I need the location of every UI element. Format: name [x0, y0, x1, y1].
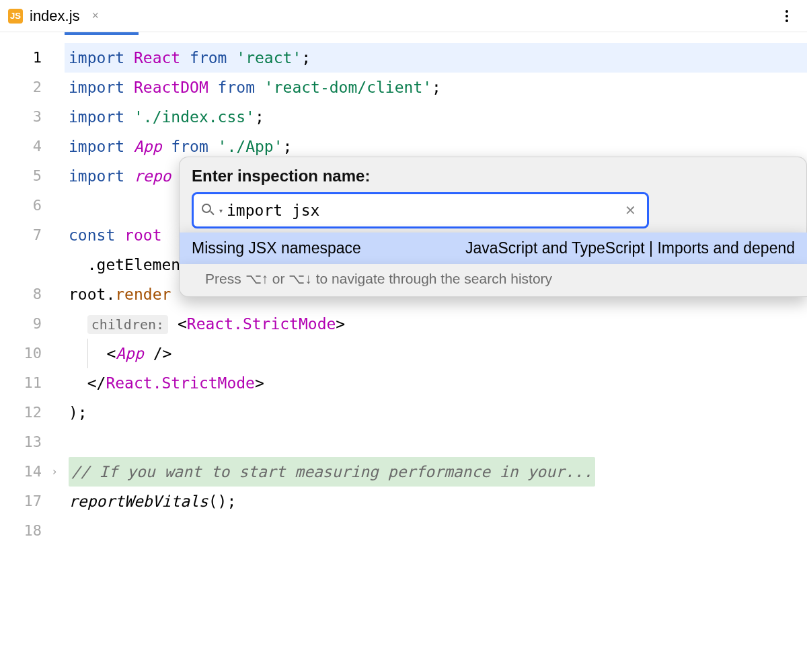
- inspection-search-input[interactable]: [227, 202, 622, 219]
- code-line[interactable]: reportWebVitals();: [65, 487, 807, 516]
- fold-toggle-icon[interactable]: ›: [51, 457, 58, 487]
- line-number[interactable]: 13: [0, 427, 65, 457]
- line-number[interactable]: 4: [0, 132, 65, 161]
- code-line[interactable]: [65, 427, 807, 457]
- line-number[interactable]: 11: [0, 368, 65, 398]
- code-line[interactable]: );: [65, 398, 807, 427]
- editor-area: 1 2 3 4 5 6 7 8 9 10 11 12 13 14› 17 18 …: [0, 32, 807, 672]
- line-number[interactable]: 12: [0, 398, 65, 427]
- file-type-icon: JS: [8, 9, 23, 24]
- search-history-hint: Press ⌥↑ or ⌥↓ to navigate through the s…: [179, 264, 807, 297]
- line-number[interactable]: 2: [0, 73, 65, 102]
- code-line[interactable]: [65, 516, 807, 546]
- result-name: Missing JSX namespace: [192, 239, 361, 257]
- line-number[interactable]: 5: [0, 161, 65, 191]
- search-result-item[interactable]: Missing JSX namespace JavaScript and Typ…: [179, 233, 807, 264]
- search-icon: [202, 204, 215, 217]
- code-line[interactable]: import React from 'react';: [65, 43, 807, 73]
- line-number[interactable]: 8: [0, 280, 65, 309]
- line-number[interactable]: [0, 250, 65, 280]
- more-menu-button[interactable]: [777, 7, 796, 26]
- line-number[interactable]: 14›: [0, 457, 65, 487]
- tab-title[interactable]: index.js: [30, 7, 80, 25]
- line-number[interactable]: 6: [0, 191, 65, 220]
- code-line[interactable]: // If you want to start measuring perfor…: [65, 457, 807, 487]
- popup-title: Enter inspection name:: [192, 167, 794, 185]
- line-number[interactable]: 18: [0, 516, 65, 546]
- folded-region[interactable]: // If you want to start measuring perfor…: [69, 457, 595, 487]
- code-line[interactable]: </React.StrictMode>: [65, 368, 807, 398]
- line-number[interactable]: 3: [0, 102, 65, 132]
- code-line[interactable]: import ReactDOM from 'react-dom/client';: [65, 73, 807, 102]
- line-number[interactable]: 7: [0, 220, 65, 250]
- code-area[interactable]: import React from 'react'; import ReactD…: [65, 32, 807, 672]
- line-number[interactable]: 1: [0, 43, 65, 73]
- code-line[interactable]: import './index.css';: [65, 102, 807, 132]
- tab-bar: JS index.js ×: [0, 0, 807, 32]
- search-box[interactable]: ▾ ✕: [192, 192, 649, 228]
- close-tab-button[interactable]: ×: [92, 9, 100, 23]
- result-path: JavaScript and TypeScript | Imports and …: [465, 239, 795, 257]
- popup-header: Enter inspection name: ▾ ✕: [179, 157, 807, 233]
- line-gutter: 1 2 3 4 5 6 7 8 9 10 11 12 13 14› 17 18: [0, 32, 65, 672]
- line-number[interactable]: 10: [0, 339, 65, 368]
- code-line[interactable]: <App />: [65, 339, 807, 368]
- inspection-popup: Enter inspection name: ▾ ✕ Missing JSX n…: [179, 157, 807, 297]
- line-number[interactable]: 17: [0, 487, 65, 516]
- parameter-hint: children:: [87, 315, 168, 334]
- dropdown-caret-icon[interactable]: ▾: [219, 207, 223, 214]
- line-number[interactable]: 9: [0, 309, 65, 339]
- code-line[interactable]: children: <React.StrictMode>: [65, 309, 807, 339]
- clear-icon[interactable]: ✕: [622, 200, 639, 221]
